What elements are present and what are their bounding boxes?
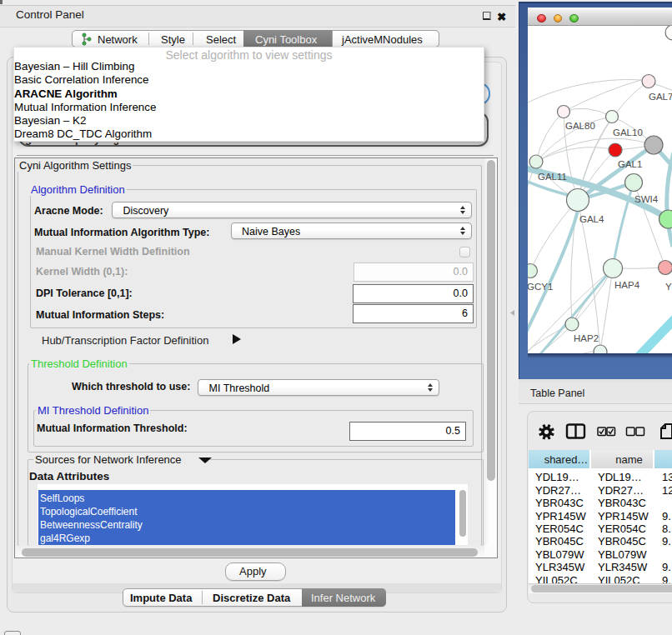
svg-text:GAL11: GAL11 xyxy=(538,172,567,182)
svg-text:GAL4: GAL4 xyxy=(579,214,604,224)
svg-text:GCY1: GCY1 xyxy=(528,282,553,292)
svg-text:SWI4: SWI4 xyxy=(634,194,659,204)
svg-text:GAL80: GAL80 xyxy=(565,121,595,131)
svg-text:GAL7: GAL7 xyxy=(649,92,672,102)
svg-text:YE: YE xyxy=(665,282,672,292)
svg-text:GAL1: GAL1 xyxy=(618,159,642,169)
svg-text:HAP2: HAP2 xyxy=(574,333,599,343)
svg-text:GAL10: GAL10 xyxy=(613,128,643,138)
svg-text:HAP4: HAP4 xyxy=(614,280,640,290)
